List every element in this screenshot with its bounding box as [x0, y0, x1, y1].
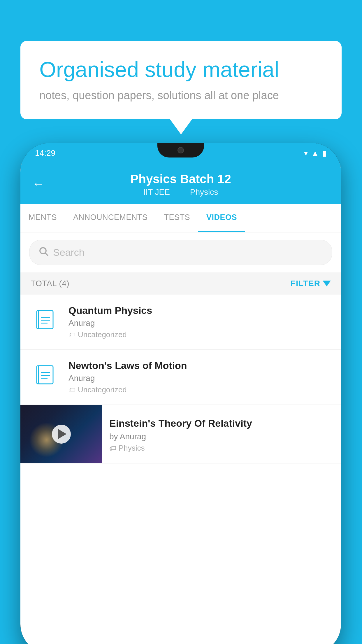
list-item[interactable]: Newton's Laws of Motion Anurag 🏷 Uncateg…	[20, 350, 341, 405]
battery-icon: ▮	[322, 149, 326, 158]
notch	[157, 143, 204, 158]
app-header: ← Physics Batch 12 IIT JEE Physics	[20, 163, 341, 204]
list-item[interactable]: Einstein's Theory Of Relativity by Anura…	[20, 405, 341, 463]
wifi-icon: ▾	[304, 149, 308, 158]
video-tag: 🏷 Physics	[109, 444, 334, 453]
filter-bar: TOTAL (4) FILTER	[20, 272, 341, 295]
svg-line-1	[45, 253, 48, 256]
search-bar[interactable]: Search	[29, 240, 332, 265]
file-thumbnail	[31, 307, 60, 337]
tag-icon: 🏷	[109, 444, 116, 452]
bubble-subtitle: notes, question papers, solutions all at…	[39, 89, 323, 102]
video-title: Einstein's Theory Of Relativity	[109, 417, 334, 430]
filter-icon	[323, 281, 331, 286]
tag-icon: 🏷	[68, 331, 75, 339]
search-placeholder: Search	[53, 247, 85, 258]
status-icons: ▾ ▲ ▮	[304, 149, 326, 158]
video-author: by Anurag	[109, 432, 334, 441]
tab-ments[interactable]: MENTS	[20, 204, 65, 232]
tag-label: Uncategorized	[78, 385, 127, 394]
header-title: Physics Batch 12	[35, 172, 326, 186]
total-count: TOTAL (4)	[31, 279, 69, 288]
phone-screen: ← Physics Batch 12 IIT JEE Physics MENTS…	[20, 163, 341, 644]
svg-rect-8	[38, 366, 53, 384]
header-subtitle: IIT JEE Physics	[35, 188, 326, 197]
signal-icon: ▲	[311, 149, 319, 158]
video-tag: 🏷 Uncategorized	[68, 330, 331, 339]
front-camera	[178, 147, 184, 153]
phone-frame: 14:29 ▾ ▲ ▮ ← Physics Batch 12 IIT JEE P…	[20, 143, 341, 644]
video-author: Anurag	[68, 374, 331, 383]
tag-icon: 🏷	[68, 386, 75, 394]
status-bar: 14:29 ▾ ▲ ▮	[20, 143, 341, 163]
filter-button[interactable]: FILTER	[291, 279, 331, 288]
file-thumbnail	[31, 363, 60, 392]
video-info: Quantum Physics Anurag 🏷 Uncategorized	[68, 305, 331, 339]
video-info: Einstein's Theory Of Relativity by Anura…	[102, 410, 341, 459]
subtitle-physics: Physics	[190, 188, 218, 197]
tag-label: Physics	[119, 444, 145, 453]
bubble-title: Organised study material	[39, 57, 323, 83]
video-thumbnail-einstein	[20, 405, 102, 463]
video-title: Newton's Laws of Motion	[68, 360, 331, 371]
speech-bubble-container: Organised study material notes, question…	[20, 41, 342, 119]
list-item[interactable]: Quantum Physics Anurag 🏷 Uncategorized	[20, 295, 341, 350]
status-time: 14:29	[35, 148, 55, 158]
filter-label: FILTER	[291, 279, 320, 288]
speech-bubble: Organised study material notes, question…	[20, 41, 342, 119]
video-author: Anurag	[68, 318, 331, 328]
search-icon	[38, 246, 49, 259]
play-button[interactable]	[52, 425, 71, 444]
back-button[interactable]: ←	[32, 177, 44, 191]
play-icon	[58, 429, 66, 439]
tab-announcements[interactable]: ANNOUNCEMENTS	[65, 204, 156, 232]
tag-label: Uncategorized	[78, 330, 127, 339]
video-list: Quantum Physics Anurag 🏷 Uncategorized	[20, 295, 341, 463]
video-info: Newton's Laws of Motion Anurag 🏷 Uncateg…	[68, 360, 331, 394]
tab-bar: MENTS ANNOUNCEMENTS TESTS VIDEOS	[20, 204, 341, 232]
video-tag: 🏷 Uncategorized	[68, 385, 331, 394]
svg-rect-3	[38, 311, 53, 329]
video-title: Quantum Physics	[68, 305, 331, 316]
tab-videos[interactable]: VIDEOS	[198, 204, 245, 232]
subtitle-iitjee: IIT JEE	[143, 188, 170, 197]
search-container: Search	[20, 232, 341, 272]
tab-tests[interactable]: TESTS	[156, 204, 198, 232]
